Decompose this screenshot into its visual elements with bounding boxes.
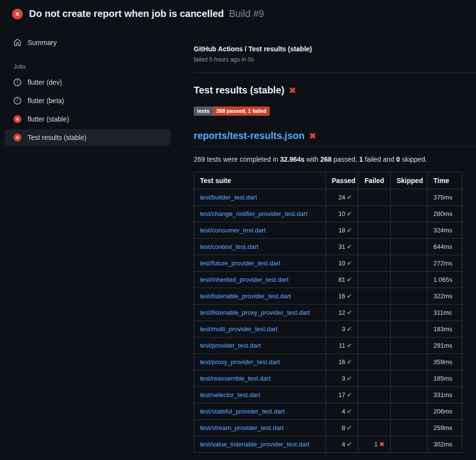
test-suite-link[interactable]: test/stateful_provider_test.dart — [200, 408, 285, 415]
table-row: test/value_listenable_provider_test.dart… — [194, 436, 462, 453]
col-header-test-suite: Test suite — [194, 172, 326, 189]
failed-cell — [358, 189, 391, 206]
failed-cell — [358, 387, 391, 403]
skipped-cell — [391, 420, 428, 436]
test-suite-link[interactable]: test/inherited_provider_test.dart — [200, 276, 289, 283]
skipped-cell — [391, 436, 428, 453]
summary-text: failed and — [363, 155, 397, 163]
failed-cell — [358, 337, 391, 354]
time-cell: 324ms — [428, 222, 462, 239]
run-title-text: Do not create report when job is cancell… — [29, 8, 224, 19]
count-value: 1 — [374, 441, 378, 448]
check-icon: ✔ — [347, 342, 352, 349]
test-suite-link[interactable]: test/multi_provider_test.dart — [200, 325, 277, 333]
skipped-cell — [391, 321, 428, 337]
section-title-text: Test results (stable) — [194, 85, 284, 96]
test-suite-link[interactable]: test/stream_provider_test.dart — [200, 424, 284, 431]
test-suite-link[interactable]: test/change_notifier_provider_test.dart — [200, 210, 307, 217]
check-icon: ✔ — [347, 292, 352, 300]
failed-cell — [358, 403, 391, 420]
skipped-cell — [391, 206, 428, 222]
count-value: 10 — [338, 260, 345, 267]
cross-icon: ✖ — [379, 441, 384, 448]
time-cell: 185ms — [428, 370, 462, 387]
sidebar-job-item[interactable]: ×flutter (stable) — [5, 111, 170, 127]
count-value: 81 — [338, 276, 345, 283]
passed-cell: 3✔ — [326, 370, 358, 387]
report-link[interactable]: reports/test-results.json — [194, 130, 305, 141]
test-suite-link[interactable]: test/selector_test.dart — [200, 391, 260, 399]
jobs-list: !flutter (dev)!flutter (beta)×flutter (s… — [0, 74, 194, 146]
test-suite-link[interactable]: test/proxy_provider_test.dart — [200, 358, 280, 366]
count-value: 10 — [338, 210, 345, 217]
time-cell: 206ms — [428, 403, 462, 420]
test-suite-link[interactable]: test/future_provider_test.dart — [200, 260, 280, 267]
table-row: test/proxy_provider_test.dart16✔359ms — [194, 354, 462, 370]
suite-cell: test/builder_test.dart — [194, 189, 326, 206]
count-value: 11 — [339, 342, 346, 349]
count-value: 16 — [338, 292, 345, 300]
check-icon: ✔ — [347, 243, 352, 250]
test-suite-link[interactable]: test/provider_test.dart — [200, 342, 261, 349]
sidebar-job-item[interactable]: ×Test results (stable) — [5, 129, 170, 146]
suite-cell: test/proxy_provider_test.dart — [194, 354, 326, 370]
test-suite-link[interactable]: test/consumer_test.dart — [200, 227, 266, 234]
time-cell: 280ms — [428, 206, 462, 222]
section-title: Test results (stable) ✖ — [194, 85, 476, 96]
passed-cell: 10✔ — [326, 255, 358, 272]
passed-cell: 24✔ — [326, 189, 358, 206]
main-content: GitHub Actions / Test results (stable) f… — [194, 28, 476, 460]
skipped-cell — [391, 272, 428, 288]
run-title: Do not create report when job is cancell… — [29, 8, 264, 19]
col-header-time: Time — [428, 172, 462, 189]
count-value: 31 — [338, 243, 345, 250]
build-number: Build #9 — [229, 8, 264, 19]
passed-cell: 81✔ — [326, 272, 358, 288]
time-cell: 331ms — [428, 387, 462, 403]
failed-cell: 1✖ — [358, 436, 391, 453]
check-icon: ✔ — [347, 441, 352, 448]
check-icon: ✔ — [347, 227, 352, 234]
table-row: test/stream_provider_test.dart8✔259ms — [194, 420, 462, 436]
suite-cell: test/listenable_proxy_provider_test.dart — [194, 305, 326, 321]
test-suite-link[interactable]: test/listenable_proxy_provider_test.dart — [200, 309, 310, 316]
count-value: 17 — [338, 391, 345, 399]
test-suite-link[interactable]: test/reassemble_test.dart — [200, 375, 271, 382]
suite-cell: test/inherited_provider_test.dart — [194, 272, 326, 288]
x-circle-icon: × — [14, 115, 21, 123]
results-table: Test suite Passed Failed Skipped Time te… — [194, 172, 462, 453]
x-circle-icon: × — [14, 134, 21, 141]
sidebar-job-item[interactable]: !flutter (dev) — [5, 74, 170, 91]
time-cell: 644ms — [428, 239, 462, 255]
passed-cell: 4✔ — [326, 403, 358, 420]
time-cell: 302ms — [428, 436, 462, 453]
skipped-cell — [391, 239, 428, 255]
col-header-passed: Passed — [326, 172, 358, 189]
sidebar-item-summary[interactable]: Summary — [5, 34, 170, 51]
table-row: test/listenable_proxy_provider_test.dart… — [194, 305, 462, 321]
suite-cell: test/provider_test.dart — [194, 337, 326, 354]
passed-cell: 11✔ — [326, 337, 358, 354]
summary-text: skipped. — [400, 155, 427, 163]
table-row: test/future_provider_test.dart10✔272ms — [194, 255, 462, 272]
failed-cell — [358, 222, 391, 239]
test-suite-link[interactable]: test/context_test.dart — [200, 243, 259, 250]
suite-cell: test/change_notifier_provider_test.dart — [194, 206, 326, 222]
sidebar-job-item[interactable]: !flutter (beta) — [5, 92, 170, 109]
passed-cell: 4✔ — [326, 436, 358, 453]
table-row: test/listenable_provider_test.dart16✔322… — [194, 288, 462, 305]
summary-failed-count: 1 — [359, 155, 363, 163]
test-suite-link[interactable]: test/listenable_provider_test.dart — [200, 292, 291, 300]
table-row: test/selector_test.dart17✔331ms — [194, 387, 462, 403]
table-row: test/stateful_provider_test.dart4✔206ms — [194, 403, 462, 420]
test-suite-link[interactable]: test/value_listenable_provider_test.dart — [200, 441, 309, 448]
test-suite-link[interactable]: test/builder_test.dart — [200, 194, 257, 201]
jobs-heading: Jobs — [0, 53, 194, 74]
time-cell: 259ms — [428, 420, 462, 436]
alert-circle-icon: ! — [14, 78, 21, 86]
count-value: 3 — [342, 325, 345, 333]
col-header-skipped: Skipped — [391, 172, 428, 189]
suite-cell: test/listenable_provider_test.dart — [194, 288, 326, 305]
check-icon: ✔ — [347, 391, 352, 399]
count-value: 24 — [338, 194, 345, 201]
